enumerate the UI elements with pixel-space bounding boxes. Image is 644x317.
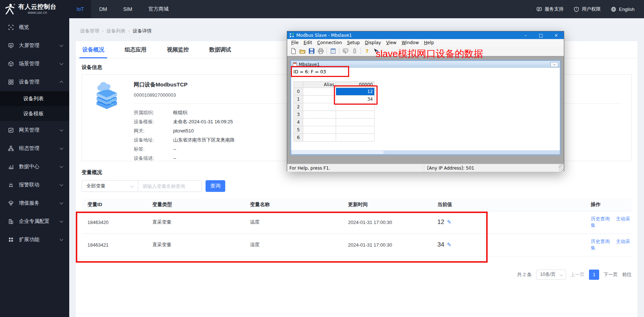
slave-definition-icon[interactable] (329, 47, 337, 55)
grid-value-cell[interactable] (336, 119, 375, 126)
sidebar-item-label: 增值服务 (19, 200, 39, 206)
edit-icon[interactable]: ✎ (447, 219, 452, 225)
history-query-link[interactable]: 历史查询 (591, 216, 610, 221)
grid-value-cell[interactable] (336, 134, 375, 142)
menu-display[interactable]: Display (362, 40, 383, 45)
topbar-tab-iot[interactable]: IoT (69, 0, 91, 18)
menu-file[interactable]: File (289, 40, 301, 45)
modbus-app-icon (289, 33, 294, 38)
tab-scada-app[interactable]: 组态应用 (125, 41, 147, 58)
menu-view[interactable]: View (383, 40, 399, 45)
sidebar-item-datacenter[interactable]: 数据中心 (0, 158, 69, 176)
sidebar-item-enterprise[interactable]: 企业专属配置 (0, 212, 69, 231)
grid-row-header: 6 (294, 134, 303, 142)
topbar-tab-sim[interactable]: SIM (115, 0, 140, 18)
grid-alias-cell[interactable] (303, 119, 336, 126)
grid-row[interactable]: 5 (294, 126, 375, 134)
maximize-button[interactable]: □ (533, 31, 549, 39)
communication-icon[interactable] (350, 47, 359, 55)
variable-type-select[interactable]: 全部变量 (82, 180, 138, 192)
prev-page-button[interactable]: 上一页 (570, 271, 585, 278)
grid-row[interactable]: 6 (294, 134, 375, 142)
grid-alias-cell[interactable] (303, 134, 336, 142)
scrollbar-thumb[interactable] (292, 151, 383, 154)
grid-row[interactable]: 3 (294, 111, 375, 119)
permissions-link[interactable]: 用户权限 (574, 6, 601, 12)
save-icon[interactable] (307, 47, 316, 55)
close-button[interactable]: × (549, 31, 564, 39)
field-label: 设备描述: (134, 155, 173, 162)
resize-grip[interactable] (559, 164, 564, 172)
history-query-link[interactable]: 历史查询 (591, 239, 610, 244)
menu-connection[interactable]: Connection (315, 40, 344, 45)
document-minimize-button[interactable]: – (550, 62, 558, 67)
grid-alias-cell[interactable] (303, 88, 336, 96)
svg-text:?: ? (366, 48, 368, 54)
modbus-register-grid[interactable]: Alias 00000 012 134 2 3 4 5 6 (293, 81, 375, 142)
menu-setup[interactable]: Setup (344, 40, 362, 45)
mbslave1-title: Mbslave1 (299, 62, 320, 67)
grid-value-cell[interactable]: 34 (336, 96, 375, 103)
grid-value-cell[interactable] (336, 111, 375, 119)
grid-alias-cell[interactable] (303, 111, 336, 119)
sidebar-item-alarm[interactable]: 报警联动 (0, 176, 69, 194)
edit-icon[interactable]: ✎ (447, 241, 452, 248)
topbar-tab-mall[interactable]: 官方商城 (140, 0, 177, 18)
sidebar-item-gateway[interactable]: 网关管理 (0, 121, 69, 139)
current-page-button[interactable]: 1 (589, 270, 599, 280)
grid-alias-cell[interactable] (303, 96, 336, 103)
menu-window[interactable]: Window (399, 40, 421, 45)
display-setup-icon[interactable] (341, 47, 350, 55)
globe-icon (611, 7, 616, 12)
grid-alias-cell[interactable] (303, 126, 336, 134)
slave-id-line: ID = 6: F = 03 (291, 68, 560, 76)
menu-help[interactable]: Help (421, 40, 436, 45)
grid-row-header: 1 (294, 96, 303, 103)
print-icon[interactable] (316, 47, 325, 55)
grid-row[interactable]: 2 (294, 103, 375, 111)
mbslave1-titlebar[interactable]: Mbslave1 – (291, 61, 560, 68)
grid-row[interactable]: 134 (294, 96, 375, 103)
query-button[interactable]: 查询 (206, 180, 225, 192)
page-size-select[interactable]: 10条/页 (536, 270, 566, 280)
minimize-button[interactable]: – (518, 31, 533, 39)
tab-video-monitor[interactable]: 视频监控 (167, 41, 189, 58)
variable-search-input[interactable] (138, 180, 202, 192)
horizontal-scrollbar[interactable] (291, 150, 560, 154)
variables-table: 变量ID 变量类型 变量名称 更新时间 当前值 操作 18463420 直采变量… (82, 198, 632, 256)
grid-value-cell-selected[interactable]: 12 (336, 88, 375, 96)
tab-data-debug[interactable]: 数据调试 (209, 41, 231, 58)
grid-value-cell[interactable] (336, 126, 375, 134)
sidebar-item-bigscreen[interactable]: 大屏管理 (0, 36, 69, 55)
brand-logo[interactable]: 有人云控制台 www.usr.cn (0, 0, 69, 18)
breadcrumb-item[interactable]: 设备管理 (80, 28, 99, 34)
grid-row[interactable]: 012 (294, 88, 375, 96)
grid-value-cell[interactable] (336, 103, 375, 111)
grid-row[interactable]: 4 (294, 119, 375, 126)
help-icon[interactable]: ? (363, 47, 371, 55)
grid-col-alias: Alias (303, 82, 336, 88)
language-switch[interactable]: English (611, 7, 635, 12)
modbus-titlebar[interactable]: Modbus Slave - Mbslave1 – □ × (287, 31, 564, 39)
sidebar-item-device-list[interactable]: 设备列表 (0, 91, 69, 106)
sidebar-item-scene[interactable]: 场景管理 (0, 55, 69, 73)
next-page-button[interactable]: 下一页 (604, 271, 618, 278)
tab-device-overview[interactable]: 设备概况 (82, 41, 104, 58)
support-link[interactable]: 服务支持 (536, 6, 563, 12)
mbslave1-document-window[interactable]: Mbslave1 – ID = 6: F = 03 Alias 00000 01… (290, 60, 561, 155)
sidebar-item-device-template[interactable]: 设备模板 (0, 106, 69, 121)
sidebar-item-vas[interactable]: 增值服务 (0, 194, 69, 212)
modbus-slave-window[interactable]: Modbus Slave - Mbslave1 – □ × File Edit … (287, 31, 564, 171)
topbar-tab-dm[interactable]: DM (91, 0, 115, 18)
sidebar-item-device[interactable]: 设备管理 (0, 73, 69, 91)
menu-edit[interactable]: Edit (301, 40, 315, 45)
breadcrumb-item[interactable]: 设备列表 (106, 28, 125, 34)
sidebar-item-scada[interactable]: 组态管理 (0, 139, 69, 158)
sidebar-item-overview[interactable]: 概览 (0, 18, 69, 36)
shield-icon (574, 7, 579, 12)
chevron-down-icon (560, 273, 563, 276)
sidebar-item-extension[interactable]: 扩展功能 (0, 231, 69, 249)
grid-alias-cell[interactable] (303, 103, 336, 111)
new-file-icon[interactable] (289, 47, 297, 55)
open-file-icon[interactable] (298, 47, 307, 55)
